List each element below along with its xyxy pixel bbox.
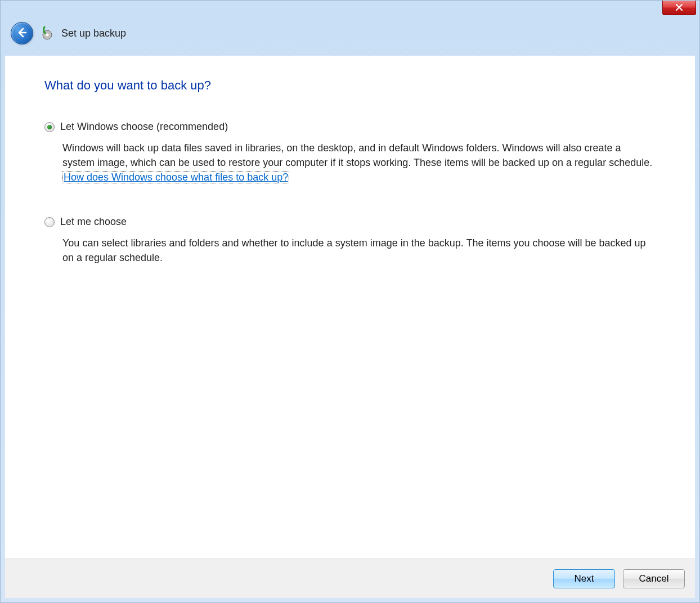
arrow-left-icon	[16, 27, 28, 40]
content-area: What do you want to back up? Let Windows…	[5, 56, 695, 559]
titlebar	[1, 1, 699, 16]
header-nav: Set up backup	[1, 16, 699, 56]
radio-let-me-choose[interactable]	[44, 217, 55, 227]
option-let-windows-choose[interactable]: Let Windows choose (recommended) Windows…	[44, 121, 656, 184]
option-let-me-choose[interactable]: Let me choose You can select libraries a…	[44, 216, 656, 265]
page-heading: What do you want to back up?	[44, 78, 656, 93]
option-description-text: You can select libraries and folders and…	[62, 237, 646, 263]
footer: Next Cancel	[5, 559, 695, 598]
close-button[interactable]	[662, 1, 696, 15]
wizard-window: Set up backup What do you want to back u…	[0, 0, 700, 603]
help-link[interactable]: How does Windows choose what files to ba…	[62, 171, 289, 183]
option-header: Let me choose	[44, 216, 656, 228]
radio-dot-icon	[47, 125, 52, 129]
backup-wizard-icon	[40, 26, 55, 40]
option-description: Windows will back up data files saved in…	[62, 141, 656, 184]
next-button[interactable]: Next	[553, 569, 615, 588]
radio-let-windows-choose[interactable]	[44, 122, 55, 132]
back-button[interactable]	[11, 22, 33, 44]
option-description: You can select libraries and folders and…	[62, 236, 656, 265]
svg-point-1	[46, 34, 49, 37]
cancel-button[interactable]: Cancel	[623, 569, 685, 588]
option-header: Let Windows choose (recommended)	[44, 121, 656, 133]
option-label: Let Windows choose (recommended)	[60, 121, 228, 133]
option-description-text: Windows will back up data files saved in…	[62, 142, 652, 168]
wizard-title: Set up backup	[61, 28, 126, 39]
option-label: Let me choose	[60, 216, 127, 228]
close-icon	[675, 3, 683, 12]
